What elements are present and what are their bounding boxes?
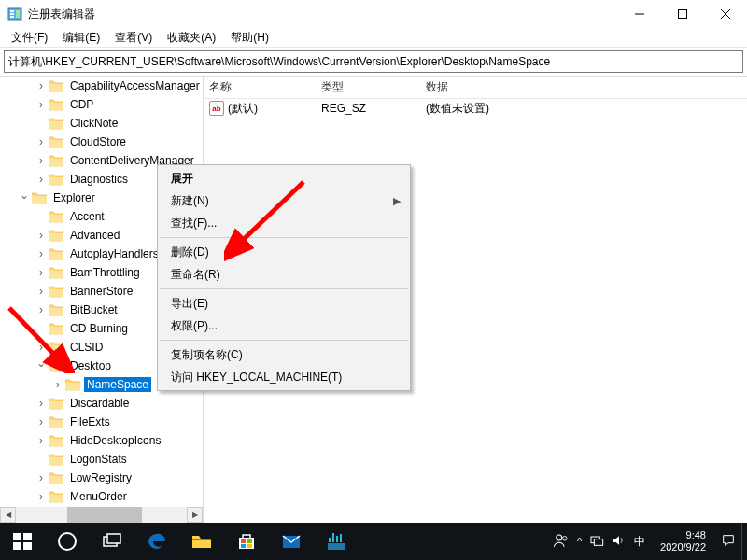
- chevron-right-icon[interactable]: ›: [34, 397, 49, 410]
- cm-export[interactable]: 导出(E): [158, 292, 410, 315]
- chevron-right-icon[interactable]: ›: [34, 285, 49, 298]
- menu-file[interactable]: 文件(F): [4, 28, 55, 48]
- chevron-right-icon[interactable]: ›: [50, 378, 65, 391]
- tray-overflow-button[interactable]: ^: [577, 536, 582, 547]
- chevron-right-icon[interactable]: ›: [34, 229, 49, 242]
- cm-rename[interactable]: 重命名(R): [158, 263, 410, 286]
- tree-label: CLSID: [67, 340, 106, 355]
- action-center-icon[interactable]: [721, 533, 736, 551]
- folder-icon: [49, 471, 63, 484]
- mail-button[interactable]: [269, 523, 314, 560]
- chevron-right-icon[interactable]: ›: [34, 173, 49, 186]
- menu-help[interactable]: 帮助(H): [223, 28, 276, 48]
- folder-icon: [49, 210, 63, 223]
- folder-icon: [65, 378, 80, 391]
- close-button[interactable]: [704, 0, 747, 28]
- cm-separator: [160, 288, 408, 289]
- tree-label: Diagnostics: [67, 172, 131, 187]
- chevron-right-icon[interactable]: ›: [34, 434, 49, 447]
- tree-label: BannerStore: [67, 284, 135, 299]
- folder-icon: [49, 453, 63, 466]
- tree-label: Desktop: [67, 358, 114, 373]
- cm-goto-hklm[interactable]: 访问 HKEY_LOCAL_MACHINE(T): [158, 366, 410, 388]
- cortana-button[interactable]: [45, 523, 90, 560]
- taskview-button[interactable]: [90, 523, 134, 560]
- chevron-right-icon[interactable]: ›: [34, 98, 49, 111]
- scroll-left-button[interactable]: ◀: [0, 507, 16, 523]
- file-explorer-button[interactable]: [179, 523, 224, 560]
- menu-view[interactable]: 查看(V): [107, 28, 160, 48]
- svg-rect-14: [23, 542, 32, 550]
- tree-label: BitBucket: [67, 302, 120, 317]
- cm-copykeyname[interactable]: 复制项名称(C): [158, 343, 410, 366]
- app-icon: [7, 7, 22, 21]
- tree-row[interactable]: ›CloudStore: [0, 133, 203, 151]
- chevron-right-icon[interactable]: ›: [34, 135, 49, 148]
- tree-label: CD Burning: [67, 321, 131, 336]
- svg-rect-2: [10, 13, 14, 15]
- chevron-right-icon[interactable]: ›: [34, 490, 49, 503]
- string-value-icon: ab: [209, 101, 224, 116]
- show-desktop-button[interactable]: [741, 523, 747, 560]
- start-button[interactable]: [0, 523, 45, 560]
- tree-label: BamThrottling: [67, 265, 143, 280]
- volume-icon[interactable]: [612, 533, 627, 551]
- chevron-down-icon[interactable]: ⌄: [17, 189, 32, 202]
- minimize-button[interactable]: [618, 0, 661, 28]
- folder-icon: [49, 359, 63, 372]
- ime-indicator[interactable]: 中: [634, 534, 645, 550]
- chevron-down-icon[interactable]: ⌄: [34, 357, 49, 370]
- svg-rect-22: [241, 544, 246, 548]
- menu-favorites[interactable]: 收藏夹(A): [160, 28, 223, 48]
- value-data: (数值未设置): [420, 101, 747, 117]
- svg-rect-1: [10, 10, 14, 12]
- tree-label: AutoplayHandlers: [67, 246, 162, 261]
- tree-row[interactable]: ›MenuOrder: [0, 487, 203, 506]
- maximize-button[interactable]: [661, 0, 704, 28]
- list-row[interactable]: ab (默认) REG_SZ (数值未设置): [204, 99, 747, 118]
- tree-row[interactable]: ›CapabilityAccessManager: [0, 77, 203, 95]
- chevron-right-icon[interactable]: ›: [34, 303, 49, 316]
- chevron-right-icon[interactable]: ›: [34, 341, 49, 354]
- tree-row[interactable]: ›LogonStats: [0, 450, 203, 469]
- chevron-right-icon[interactable]: ›: [34, 266, 49, 279]
- cm-find[interactable]: 查找(F)...: [158, 212, 410, 234]
- cm-permissions[interactable]: 权限(P)...: [158, 315, 410, 337]
- tree-row[interactable]: ›HideDesktopIcons: [0, 431, 203, 450]
- chevron-right-icon[interactable]: ›: [34, 471, 49, 484]
- address-bar[interactable]: 计算机\HKEY_CURRENT_USER\Software\Microsoft…: [4, 50, 743, 73]
- folder-icon: [49, 434, 63, 447]
- cm-new[interactable]: 新建(N)▶: [158, 189, 410, 212]
- tree-row[interactable]: ›CDP: [0, 95, 203, 114]
- taskbar-clock[interactable]: 9:48 2020/9/22: [653, 529, 713, 553]
- people-icon[interactable]: [553, 532, 570, 552]
- scroll-track[interactable]: [16, 507, 187, 523]
- menu-edit[interactable]: 编辑(E): [55, 28, 107, 48]
- column-data[interactable]: 数据: [420, 79, 747, 95]
- tree-row[interactable]: ›Discardable: [0, 394, 203, 413]
- folder-icon: [190, 530, 213, 553]
- taskbar: ^ 中 9:48 2020/9/22: [0, 523, 747, 560]
- svg-rect-28: [329, 538, 331, 542]
- column-type[interactable]: 类型: [316, 79, 420, 95]
- chevron-right-icon[interactable]: ›: [34, 154, 49, 167]
- tree-label: ClickNote: [67, 116, 120, 131]
- clock-time: 9:48: [660, 529, 706, 541]
- tree-row[interactable]: ›FileExts: [0, 413, 203, 431]
- value-name: (默认): [228, 101, 258, 117]
- cm-delete[interactable]: 删除(D): [158, 241, 410, 263]
- network-icon[interactable]: [589, 533, 604, 551]
- tree-row[interactable]: ›LowRegistry: [0, 469, 203, 487]
- scroll-thumb[interactable]: [67, 507, 142, 523]
- tree-row[interactable]: ›ClickNote: [0, 114, 203, 133]
- app-button[interactable]: [314, 523, 359, 560]
- chevron-right-icon[interactable]: ›: [34, 79, 49, 92]
- column-name[interactable]: 名称: [204, 79, 316, 95]
- chevron-right-icon[interactable]: ›: [34, 247, 49, 260]
- horizontal-scrollbar[interactable]: ◀ ▶: [0, 507, 203, 523]
- store-button[interactable]: [224, 523, 269, 560]
- cm-expand[interactable]: 展开: [158, 167, 410, 189]
- scroll-right-button[interactable]: ▶: [187, 507, 203, 523]
- edge-button[interactable]: [134, 523, 179, 560]
- chevron-right-icon[interactable]: ›: [34, 415, 49, 428]
